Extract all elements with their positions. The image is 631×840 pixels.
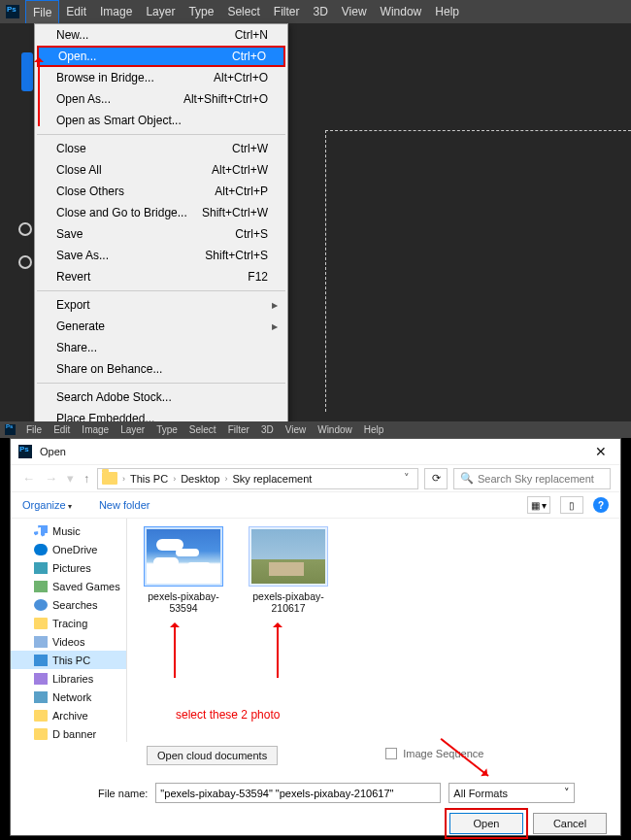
- menu-close-all[interactable]: Close AllAlt+Ctrl+W: [35, 159, 287, 181]
- tree-videos[interactable]: Videos: [11, 632, 126, 651]
- breadcrumb-item[interactable]: This PC: [130, 473, 168, 485]
- menu-type[interactable]: Type: [182, 0, 220, 23]
- annotation-arrow-icon: [174, 623, 176, 678]
- menu-file-2[interactable]: File: [20, 424, 48, 435]
- menu-close[interactable]: CloseCtrl+W: [35, 138, 287, 159]
- menu-filter[interactable]: Filter: [267, 0, 307, 23]
- menu-window-2[interactable]: Window: [312, 424, 358, 435]
- tree-onedrive[interactable]: OneDrive: [11, 540, 126, 558]
- image-sequence-label: Image Sequence: [403, 748, 483, 759]
- radio-placeholder-1: [18, 222, 32, 236]
- menu-new[interactable]: New...Ctrl+N: [35, 24, 287, 46]
- new-folder-button[interactable]: New folder: [99, 499, 150, 511]
- menu-stock[interactable]: Search Adobe Stock...: [35, 386, 287, 408]
- menu-close-others[interactable]: Close OthersAlt+Ctrl+P: [35, 181, 287, 202]
- menu-open-as[interactable]: Open As...Alt+Shift+Ctrl+O: [35, 88, 287, 110]
- menu-3d[interactable]: 3D: [306, 0, 334, 23]
- nav-up-icon[interactable]: ↑: [82, 472, 91, 486]
- search-input[interactable]: 🔍 Search Sky replacement: [453, 468, 611, 489]
- annotation-arrow-open-menu: [38, 58, 40, 126]
- menu-layer[interactable]: Layer: [139, 0, 182, 23]
- file-label: pexels-pixabay-210617: [244, 590, 333, 614]
- ps-logo-icon: [18, 445, 32, 458]
- breadcrumb-item[interactable]: Desktop: [181, 473, 219, 485]
- menu-close-bridge[interactable]: Close and Go to Bridge...Shift+Ctrl+W: [35, 202, 287, 223]
- pc-icon: [34, 655, 48, 666]
- tree-pictures[interactable]: Pictures: [11, 558, 126, 577]
- folder-icon: [34, 710, 48, 722]
- menu-file[interactable]: File: [25, 0, 59, 23]
- refresh-icon[interactable]: ⟳: [424, 468, 448, 489]
- searches-icon: [34, 599, 48, 611]
- menu-open-smart[interactable]: Open as Smart Object...: [35, 110, 287, 131]
- close-icon[interactable]: ✕: [589, 444, 613, 459]
- libraries-icon: [34, 673, 48, 685]
- search-icon: 🔍: [460, 472, 474, 485]
- tree-d-banner[interactable]: D banner: [11, 724, 126, 742]
- ps-logo-icon: [5, 424, 16, 435]
- file-pane[interactable]: pexels-pixabay-53594 pexels-pixabay-2106…: [127, 519, 620, 742]
- menu-image[interactable]: Image: [93, 0, 139, 23]
- menu-layer-2[interactable]: Layer: [115, 424, 150, 435]
- tree-libraries[interactable]: Libraries: [11, 669, 126, 688]
- open-cloud-button[interactable]: Open cloud documents: [147, 746, 278, 765]
- file-thumb-1[interactable]: pexels-pixabay-53594: [139, 526, 228, 614]
- breadcrumb[interactable]: › This PC › Desktop › Sky replacement ˅: [97, 468, 418, 489]
- filename-input[interactable]: [155, 783, 441, 803]
- tree-tracing[interactable]: Tracing: [11, 614, 126, 632]
- menu-edit[interactable]: Edit: [59, 0, 93, 23]
- menu-image-2[interactable]: Image: [76, 424, 115, 435]
- selection-marquee: [325, 130, 631, 412]
- image-sequence-option[interactable]: Image Sequence: [385, 748, 483, 759]
- open-dialog: Open ✕ ← → ▾ ↑ › This PC › Desktop › Sky…: [10, 438, 621, 836]
- onedrive-icon: [34, 544, 48, 555]
- checkbox-icon[interactable]: [385, 748, 397, 759]
- menu-behance[interactable]: Share on Behance...: [35, 358, 287, 380]
- chevron-down-icon[interactable]: ˅: [400, 472, 414, 485]
- filename-label: File name:: [98, 788, 148, 799]
- tree-network[interactable]: Network: [11, 688, 126, 706]
- chevron-right-icon: ›: [221, 474, 230, 484]
- pictures-icon: [34, 562, 48, 574]
- preview-pane-button[interactable]: ▯: [560, 496, 583, 514]
- cancel-button[interactable]: Cancel: [533, 813, 607, 834]
- tree-searches[interactable]: Searches: [11, 595, 126, 614]
- menu-view-2[interactable]: View: [280, 424, 313, 435]
- menu-3d-2[interactable]: 3D: [255, 424, 280, 435]
- menu-open[interactable]: Open...Ctrl+O: [37, 46, 285, 67]
- tree-music[interactable]: Music: [11, 521, 126, 540]
- nav-back-icon[interactable]: ←: [20, 471, 37, 486]
- menu-browse-bridge[interactable]: Browse in Bridge...Alt+Ctrl+O: [35, 67, 287, 88]
- music-icon: [34, 525, 48, 537]
- open-button[interactable]: Open: [449, 813, 523, 834]
- menu-edit-2[interactable]: Edit: [48, 424, 76, 435]
- network-icon: [34, 691, 48, 703]
- menu-help[interactable]: Help: [428, 0, 466, 23]
- menu-save[interactable]: SaveCtrl+S: [35, 223, 287, 245]
- view-mode-button[interactable]: ▦ ▾: [527, 496, 550, 514]
- nav-forward-icon[interactable]: →: [43, 471, 59, 486]
- menu-view[interactable]: View: [335, 0, 374, 23]
- tree-archive[interactable]: Archive: [11, 706, 126, 724]
- breadcrumb-item[interactable]: Sky replacement: [232, 473, 312, 485]
- tree-saved-games[interactable]: Saved Games: [11, 577, 126, 595]
- dialog-titlebar: Open ✕: [11, 439, 620, 464]
- chevron-down-icon[interactable]: ▾: [65, 471, 76, 486]
- format-select[interactable]: All Formats˅: [448, 783, 575, 803]
- menu-window[interactable]: Window: [374, 0, 429, 23]
- menu-help-2[interactable]: Help: [358, 424, 390, 435]
- help-icon[interactable]: ?: [593, 497, 609, 513]
- menu-select-2[interactable]: Select: [183, 424, 222, 435]
- menu-export[interactable]: Export: [35, 294, 287, 316]
- file-thumb-2[interactable]: pexels-pixabay-210617: [244, 526, 333, 614]
- organize-menu[interactable]: Organize: [22, 499, 72, 511]
- menu-select[interactable]: Select: [220, 0, 266, 23]
- menu-type-2[interactable]: Type: [150, 424, 183, 435]
- menu-generate[interactable]: Generate: [35, 316, 287, 337]
- tree-this-pc[interactable]: This PC: [11, 651, 126, 669]
- menu-save-as[interactable]: Save As...Shift+Ctrl+S: [35, 245, 287, 266]
- menu-share[interactable]: Share...: [35, 337, 287, 358]
- menu-filter-2[interactable]: Filter: [222, 424, 255, 435]
- menu-revert[interactable]: RevertF12: [35, 266, 287, 287]
- games-icon: [34, 581, 48, 592]
